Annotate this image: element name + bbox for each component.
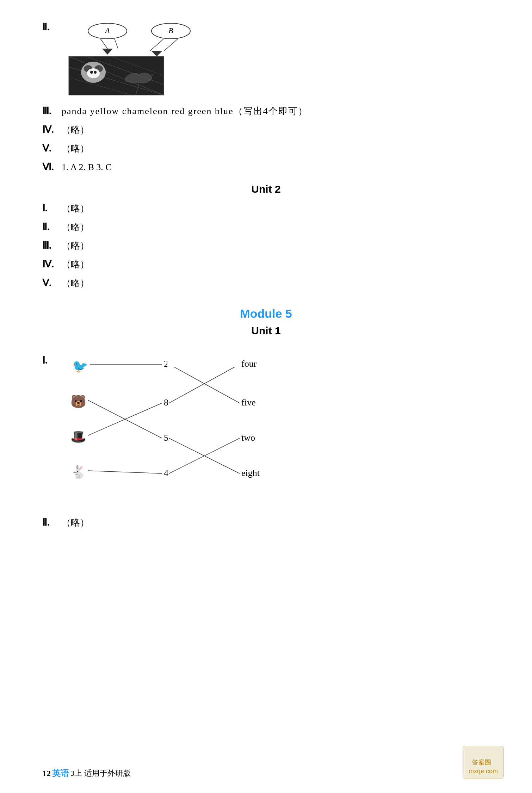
footer: 12 英语 3上 适用于外研版 xyxy=(42,768,131,779)
svg-line-8 xyxy=(164,39,178,51)
svg-line-7 xyxy=(150,39,164,51)
section-v-label: Ⅴ. xyxy=(42,142,62,154)
section-iv: Ⅳ. （略） xyxy=(42,124,490,136)
watermark: 答案圈 mxqe.com xyxy=(463,746,504,779)
svg-point-21 xyxy=(94,71,97,74)
bird-icon: 🐦 xyxy=(72,359,88,374)
unit2-v-label: Ⅴ. xyxy=(42,277,62,289)
section-ii-m5-text: （略） xyxy=(62,516,89,529)
svg-text:A: A xyxy=(104,26,110,35)
svg-text:B: B xyxy=(168,26,173,35)
line-hat-num xyxy=(88,403,162,435)
section-ii: Ⅱ. A B xyxy=(42,21,490,99)
unit2-iv-label: Ⅳ. xyxy=(42,258,62,270)
section-vi-label: Ⅵ. xyxy=(42,161,62,173)
section-iv-text: （略） xyxy=(62,124,89,136)
hat-icon: 🎩 xyxy=(70,429,86,444)
section-iii-text: panda yellow chameleon red green blue（写出… xyxy=(62,105,308,117)
unit2-iii-label: Ⅲ. xyxy=(42,240,62,251)
number-5: 5 xyxy=(164,433,168,443)
matching-i-label: Ⅰ. xyxy=(42,351,62,366)
rabbit-icon: 🐇 xyxy=(70,464,86,479)
unit2-title: Unit 2 xyxy=(42,183,490,195)
bear-icon: 🐻 xyxy=(70,394,86,409)
unit2-item-3: Ⅳ. （略） xyxy=(42,258,490,271)
number-8: 8 xyxy=(164,397,168,408)
unit2-iii-text: （略） xyxy=(62,240,89,252)
unit2-iv-text: （略） xyxy=(62,258,89,271)
svg-point-22 xyxy=(151,74,154,76)
unit2-item-1: Ⅱ. （略） xyxy=(42,221,490,233)
svg-text:🐇: 🐇 xyxy=(70,464,86,479)
unit2-section: Ⅰ. （略） Ⅱ. （略） Ⅲ. （略） Ⅳ. （略） Ⅴ. （略） xyxy=(42,202,490,289)
svg-point-20 xyxy=(90,71,93,74)
number-4: 4 xyxy=(164,468,168,478)
unit1-title: Unit 1 xyxy=(42,325,490,337)
unit2-item-0: Ⅰ. （略） xyxy=(42,202,490,215)
section-vi-text: 1. A 2. B 3. C xyxy=(62,162,112,173)
svg-text:🐦: 🐦 xyxy=(72,359,88,374)
section-ii-m5-label: Ⅱ. xyxy=(42,516,62,528)
unit2-v-text: （略） xyxy=(62,277,89,289)
section-v: Ⅴ. （略） xyxy=(42,142,490,155)
svg-point-19 xyxy=(87,68,100,78)
line-rabbit-num xyxy=(88,471,162,473)
word-five: five xyxy=(241,397,255,408)
word-eight: eight xyxy=(241,468,260,478)
unit2-ii-label: Ⅱ. xyxy=(42,221,62,233)
footer-eng: 英语 xyxy=(52,768,69,779)
svg-line-4 xyxy=(100,39,107,49)
unit2-i-text: （略） xyxy=(62,202,89,215)
section-iii: Ⅲ. panda yellow chameleon red green blue… xyxy=(42,105,490,117)
svg-rect-27 xyxy=(167,361,241,367)
section-iv-label: Ⅳ. xyxy=(42,124,62,135)
svg-text:🐻: 🐻 xyxy=(70,394,86,409)
svg-text:🎩: 🎩 xyxy=(70,429,86,444)
svg-marker-6 xyxy=(102,49,113,55)
module5-title: Module 5 xyxy=(42,307,490,321)
svg-line-5 xyxy=(115,39,118,49)
section-vi: Ⅵ. 1. A 2. B 3. C xyxy=(42,161,490,173)
word-four: four xyxy=(241,359,257,369)
unit2-item-2: Ⅲ. （略） xyxy=(42,240,490,252)
section-ii-label: Ⅱ. xyxy=(42,21,62,33)
footer-rest: 3上 适用于外研版 xyxy=(70,768,131,779)
section-iii-label: Ⅲ. xyxy=(42,105,62,117)
bubble-diagram: A B xyxy=(62,21,245,99)
svg-marker-9 xyxy=(151,51,162,56)
section-ii-m5: Ⅱ. （略） xyxy=(42,516,490,529)
section-v-text: （略） xyxy=(62,142,89,155)
matching-diagram: 🐦 🐻 🎩 🐇 2 8 5 4 four five two eight xyxy=(62,351,308,513)
unit2-ii-text: （略） xyxy=(62,221,89,233)
word-two: two xyxy=(241,433,255,443)
unit2-item-4: Ⅴ. （略） xyxy=(42,277,490,289)
matching-section: Ⅰ. 🐦 🐻 🎩 🐇 2 8 5 4 four five two eight xyxy=(42,351,490,513)
footer-num: 12 xyxy=(42,769,51,778)
unit2-i-label: Ⅰ. xyxy=(42,202,62,214)
